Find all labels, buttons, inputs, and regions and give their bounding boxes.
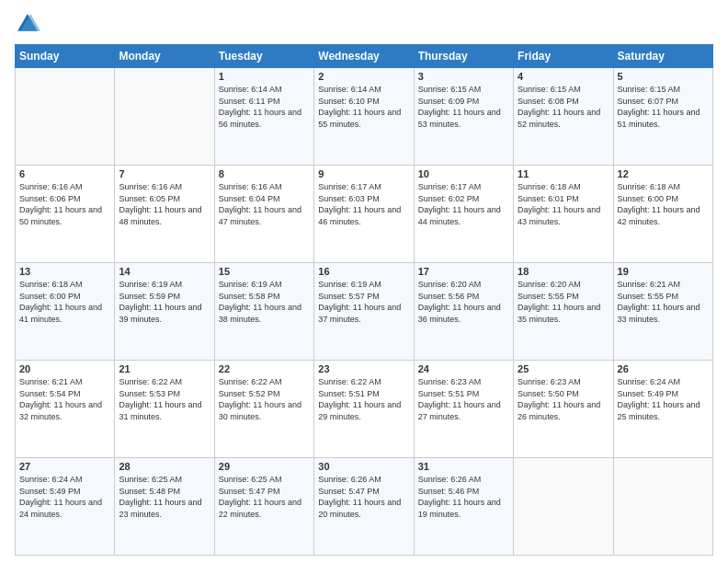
calendar-cell: 12Sunrise: 6:18 AM Sunset: 6:00 PM Dayli… xyxy=(613,166,712,263)
day-number: 14 xyxy=(119,266,210,277)
day-number: 26 xyxy=(618,363,709,374)
calendar-table: SundayMondayTuesdayWednesdayThursdayFrid… xyxy=(15,44,713,556)
day-info: Sunrise: 6:19 AM Sunset: 5:58 PM Dayligh… xyxy=(219,279,310,325)
day-number: 25 xyxy=(518,363,609,374)
day-info: Sunrise: 6:26 AM Sunset: 5:47 PM Dayligh… xyxy=(318,474,409,520)
calendar-cell: 10Sunrise: 6:17 AM Sunset: 6:02 PM Dayli… xyxy=(414,166,513,263)
calendar-cell: 19Sunrise: 6:21 AM Sunset: 5:55 PM Dayli… xyxy=(613,263,712,361)
day-info: Sunrise: 6:22 AM Sunset: 5:51 PM Dayligh… xyxy=(318,376,409,422)
day-info: Sunrise: 6:21 AM Sunset: 5:54 PM Dayligh… xyxy=(19,376,110,422)
day-info: Sunrise: 6:16 AM Sunset: 6:05 PM Dayligh… xyxy=(119,181,210,227)
day-number: 4 xyxy=(518,71,609,82)
day-info: Sunrise: 6:25 AM Sunset: 5:47 PM Dayligh… xyxy=(219,474,310,520)
calendar-cell xyxy=(613,458,712,556)
calendar-cell: 26Sunrise: 6:24 AM Sunset: 5:49 PM Dayli… xyxy=(613,361,712,458)
day-info: Sunrise: 6:20 AM Sunset: 5:55 PM Dayligh… xyxy=(518,279,609,325)
calendar-cell: 20Sunrise: 6:21 AM Sunset: 5:54 PM Dayli… xyxy=(16,361,115,458)
day-number: 6 xyxy=(19,168,110,179)
calendar-cell: 2Sunrise: 6:14 AM Sunset: 6:10 PM Daylig… xyxy=(314,68,414,166)
calendar-week-row: 13Sunrise: 6:18 AM Sunset: 6:00 PM Dayli… xyxy=(16,263,713,361)
calendar-cell: 4Sunrise: 6:15 AM Sunset: 6:08 PM Daylig… xyxy=(514,68,613,166)
day-number: 28 xyxy=(119,461,210,472)
calendar-cell: 7Sunrise: 6:16 AM Sunset: 6:05 PM Daylig… xyxy=(115,166,214,263)
day-header-saturday: Saturday xyxy=(613,45,712,68)
calendar-cell: 5Sunrise: 6:15 AM Sunset: 6:07 PM Daylig… xyxy=(613,68,712,166)
day-number: 16 xyxy=(318,266,409,277)
day-info: Sunrise: 6:21 AM Sunset: 5:55 PM Dayligh… xyxy=(618,279,709,325)
day-number: 12 xyxy=(618,168,709,179)
calendar-cell xyxy=(514,458,613,556)
day-number: 20 xyxy=(19,363,110,374)
calendar-cell: 14Sunrise: 6:19 AM Sunset: 5:59 PM Dayli… xyxy=(115,263,214,361)
calendar-cell: 16Sunrise: 6:19 AM Sunset: 5:57 PM Dayli… xyxy=(314,263,414,361)
calendar-cell: 30Sunrise: 6:26 AM Sunset: 5:47 PM Dayli… xyxy=(314,458,414,556)
day-number: 10 xyxy=(418,168,509,179)
calendar-cell xyxy=(115,68,214,166)
calendar-cell: 8Sunrise: 6:16 AM Sunset: 6:04 PM Daylig… xyxy=(214,166,313,263)
day-number: 21 xyxy=(119,363,210,374)
day-info: Sunrise: 6:17 AM Sunset: 6:03 PM Dayligh… xyxy=(318,181,409,227)
day-header-friday: Friday xyxy=(514,45,613,68)
page: SundayMondayTuesdayWednesdayThursdayFrid… xyxy=(0,0,728,563)
day-number: 15 xyxy=(219,266,310,277)
day-header-thursday: Thursday xyxy=(414,45,513,68)
day-info: Sunrise: 6:18 AM Sunset: 6:01 PM Dayligh… xyxy=(518,181,609,227)
day-number: 18 xyxy=(518,266,609,277)
day-header-sunday: Sunday xyxy=(16,45,115,68)
day-number: 29 xyxy=(219,461,310,472)
day-number: 7 xyxy=(119,168,210,179)
day-header-monday: Monday xyxy=(115,45,214,68)
calendar-cell: 21Sunrise: 6:22 AM Sunset: 5:53 PM Dayli… xyxy=(115,361,214,458)
calendar-cell: 1Sunrise: 6:14 AM Sunset: 6:11 PM Daylig… xyxy=(214,68,313,166)
day-number: 24 xyxy=(418,363,509,374)
logo-icon xyxy=(15,11,40,37)
day-info: Sunrise: 6:24 AM Sunset: 5:49 PM Dayligh… xyxy=(19,474,110,520)
day-number: 11 xyxy=(518,168,609,179)
calendar-cell: 13Sunrise: 6:18 AM Sunset: 6:00 PM Dayli… xyxy=(16,263,115,361)
day-info: Sunrise: 6:15 AM Sunset: 6:08 PM Dayligh… xyxy=(518,84,609,130)
calendar-cell: 27Sunrise: 6:24 AM Sunset: 5:49 PM Dayli… xyxy=(16,458,115,556)
day-info: Sunrise: 6:19 AM Sunset: 5:59 PM Dayligh… xyxy=(119,279,210,325)
day-info: Sunrise: 6:18 AM Sunset: 6:00 PM Dayligh… xyxy=(19,279,110,325)
day-info: Sunrise: 6:22 AM Sunset: 5:52 PM Dayligh… xyxy=(219,376,310,422)
day-number: 3 xyxy=(418,71,509,82)
day-info: Sunrise: 6:26 AM Sunset: 5:46 PM Dayligh… xyxy=(418,474,509,520)
day-number: 2 xyxy=(318,71,409,82)
calendar-cell: 22Sunrise: 6:22 AM Sunset: 5:52 PM Dayli… xyxy=(214,361,313,458)
day-info: Sunrise: 6:23 AM Sunset: 5:51 PM Dayligh… xyxy=(418,376,509,422)
calendar-week-row: 20Sunrise: 6:21 AM Sunset: 5:54 PM Dayli… xyxy=(16,361,713,458)
day-info: Sunrise: 6:14 AM Sunset: 6:11 PM Dayligh… xyxy=(219,84,310,130)
day-number: 8 xyxy=(219,168,310,179)
day-info: Sunrise: 6:14 AM Sunset: 6:10 PM Dayligh… xyxy=(318,84,409,130)
day-number: 31 xyxy=(418,461,509,472)
day-info: Sunrise: 6:20 AM Sunset: 5:56 PM Dayligh… xyxy=(418,279,509,325)
day-info: Sunrise: 6:16 AM Sunset: 6:04 PM Dayligh… xyxy=(219,181,310,227)
day-number: 9 xyxy=(318,168,409,179)
day-info: Sunrise: 6:25 AM Sunset: 5:48 PM Dayligh… xyxy=(119,474,210,520)
calendar-week-row: 27Sunrise: 6:24 AM Sunset: 5:49 PM Dayli… xyxy=(16,458,713,556)
calendar-week-row: 1Sunrise: 6:14 AM Sunset: 6:11 PM Daylig… xyxy=(16,68,713,166)
day-info: Sunrise: 6:19 AM Sunset: 5:57 PM Dayligh… xyxy=(318,279,409,325)
logo xyxy=(15,11,44,37)
calendar-cell: 28Sunrise: 6:25 AM Sunset: 5:48 PM Dayli… xyxy=(115,458,214,556)
day-number: 13 xyxy=(19,266,110,277)
calendar-cell: 9Sunrise: 6:17 AM Sunset: 6:03 PM Daylig… xyxy=(314,166,414,263)
day-header-wednesday: Wednesday xyxy=(314,45,414,68)
calendar-cell: 11Sunrise: 6:18 AM Sunset: 6:01 PM Dayli… xyxy=(514,166,613,263)
day-info: Sunrise: 6:15 AM Sunset: 6:07 PM Dayligh… xyxy=(618,84,709,130)
calendar-cell: 15Sunrise: 6:19 AM Sunset: 5:58 PM Dayli… xyxy=(214,263,313,361)
calendar-cell xyxy=(16,68,115,166)
day-number: 5 xyxy=(618,71,709,82)
day-info: Sunrise: 6:23 AM Sunset: 5:50 PM Dayligh… xyxy=(518,376,609,422)
day-header-tuesday: Tuesday xyxy=(214,45,313,68)
day-number: 17 xyxy=(418,266,509,277)
calendar-cell: 29Sunrise: 6:25 AM Sunset: 5:47 PM Dayli… xyxy=(214,458,313,556)
calendar-cell: 31Sunrise: 6:26 AM Sunset: 5:46 PM Dayli… xyxy=(414,458,513,556)
day-info: Sunrise: 6:18 AM Sunset: 6:00 PM Dayligh… xyxy=(618,181,709,227)
calendar-cell: 24Sunrise: 6:23 AM Sunset: 5:51 PM Dayli… xyxy=(414,361,513,458)
calendar-cell: 25Sunrise: 6:23 AM Sunset: 5:50 PM Dayli… xyxy=(514,361,613,458)
calendar-cell: 3Sunrise: 6:15 AM Sunset: 6:09 PM Daylig… xyxy=(414,68,513,166)
calendar-week-row: 6Sunrise: 6:16 AM Sunset: 6:06 PM Daylig… xyxy=(16,166,713,263)
day-info: Sunrise: 6:24 AM Sunset: 5:49 PM Dayligh… xyxy=(618,376,709,422)
day-info: Sunrise: 6:22 AM Sunset: 5:53 PM Dayligh… xyxy=(119,376,210,422)
